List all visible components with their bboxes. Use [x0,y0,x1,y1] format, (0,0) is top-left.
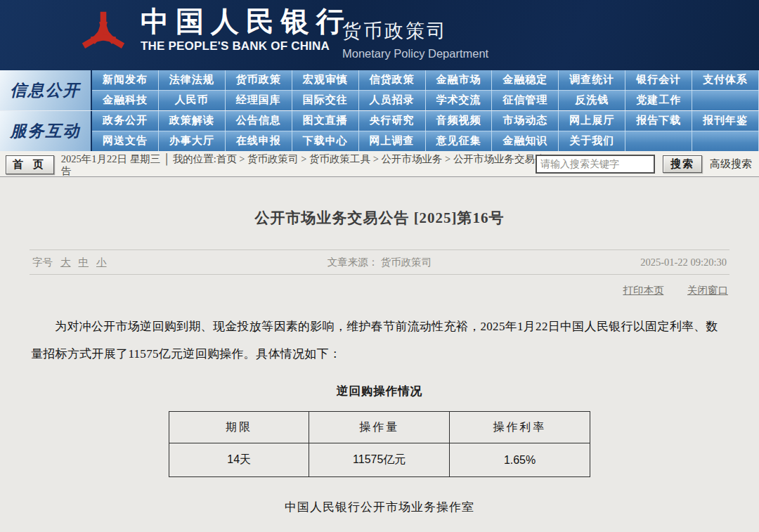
repo-operation-table: 期限 操作量 操作利率 14天 11575亿元 1.65% [169,411,590,477]
nav-item[interactable]: 信贷政策 [359,70,426,91]
nav-item[interactable]: 反洗钱 [559,91,625,111]
table-row: 14天 11575亿元 1.65% [169,443,590,477]
table-cell-term: 14天 [169,443,309,477]
search-area: 搜索 高级搜索 [536,155,752,174]
nav-item[interactable]: 人员招录 [359,91,426,111]
table-title: 逆回购操作情况 [0,384,759,399]
nav-item[interactable]: 网上展厅 [559,111,625,131]
font-size-controls: 字号 大 中 小 [30,256,253,269]
main-navigation: 信息公开 新闻发布 法律法规 货币政策 宏观审慎 信贷政策 金融市场 金融稳定 … [0,70,759,151]
nav-item[interactable]: 图文直播 [292,111,359,131]
breadcrumb-bar: 首 页 2025年1月22日 星期三 │ 我的位置:首页 > 货币政策司 > 货… [0,151,759,177]
nav-item[interactable]: 政策解读 [159,111,226,131]
current-date: 2025年1月22日 星期三 [61,153,160,164]
advanced-search-link[interactable]: 高级搜索 [710,157,752,171]
nav-item-empty [692,91,759,111]
nav-section-label-information: 信息公开 [0,70,92,110]
department-name-en: Monetary Policy Department [342,47,488,60]
search-input[interactable] [536,155,655,174]
nav-item[interactable]: 新闻发布 [92,70,159,91]
table-header-term: 期限 [169,412,309,443]
nav-item[interactable]: 音频视频 [426,111,493,131]
search-button[interactable]: 搜索 [663,155,702,173]
nav-item[interactable]: 金融市场 [426,70,493,91]
department-title-block: 货币政策司 Monetary Policy Department [342,18,488,60]
nav-item[interactable]: 货币政策 [226,70,292,91]
nav-item[interactable]: 报告下载 [625,111,692,131]
nav-item[interactable]: 法律法规 [159,70,226,91]
site-header: 中国人民银行 THE PEOPLE'S BANK OF CHINA 货币政策司 … [0,0,759,70]
bank-title-block: 中国人民银行 THE PEOPLE'S BANK OF CHINA [141,6,351,53]
nav-item[interactable]: 金融科技 [92,91,159,111]
font-size-small[interactable]: 小 [96,256,107,269]
table-cell-volume: 11575亿元 [309,443,450,477]
nav-item[interactable]: 人民币 [159,91,226,111]
home-button[interactable]: 首 页 [6,155,54,174]
article-content: 公开市场业务交易公告 [2025]第16号 字号 大 中 小 文章来源： 货币政… [0,177,759,532]
breadcrumb: 2025年1月22日 星期三 │ 我的位置:首页 > 货币政策司 > 货币政策工… [61,153,552,176]
nav-item[interactable]: 意见征集 [426,131,493,152]
nav-grid-services: 政务公开 政策解读 公告信息 图文直播 央行研究 音频视频 市场动态 网上展厅 … [92,111,759,151]
article-source: 文章来源： 货币政策司 [253,256,507,269]
table-header-rate: 操作利率 [450,412,590,443]
nav-item[interactable]: 政务公开 [92,111,159,131]
nav-item[interactable]: 市场动态 [492,111,559,131]
nav-section-label-services: 服务互动 [0,111,92,151]
source-label: 文章来源： [327,257,379,268]
nav-item[interactable]: 学术交流 [426,91,493,111]
nav-item[interactable]: 经理国库 [226,91,292,111]
article-body-paragraph: 为对冲公开市场逆回购到期、现金投放等因素的影响，维护春节前流动性充裕，2025年… [31,313,728,368]
article-actions: 打印本页 关闭窗口 [30,275,729,297]
bank-name-en: THE PEOPLE'S BANK OF CHINA [141,39,351,53]
nav-item[interactable]: 宏观审慎 [292,70,359,91]
nav-item[interactable]: 调查统计 [559,70,625,91]
source-value: 货币政策司 [381,257,432,268]
nav-item[interactable]: 在线申报 [226,131,292,152]
article-timestamp: 2025-01-22 09:20:30 [506,257,729,268]
nav-item[interactable]: 国际交往 [292,91,359,111]
nav-section-information: 信息公开 新闻发布 法律法规 货币政策 宏观审慎 信贷政策 金融市场 金融稳定 … [0,70,759,111]
nav-item[interactable]: 金融知识 [492,131,559,152]
page-title: 公开市场业务交易公告 [2025]第16号 [0,208,759,228]
pboc-logo-icon [76,4,131,65]
table-cell-rate: 1.65% [450,443,590,477]
breadcrumb-divider: │ [163,153,170,164]
signature-office: 中国人民银行公开市场业务操作室 [0,499,759,515]
article-meta-row: 字号 大 中 小 文章来源： 货币政策司 2025-01-22 09:20:30 [30,249,729,275]
nav-item[interactable]: 银行会计 [625,70,692,91]
nav-item[interactable]: 网上调查 [359,131,426,152]
nav-item[interactable]: 金融稳定 [492,70,559,91]
nav-item[interactable]: 关于我们 [559,131,625,152]
nav-item[interactable]: 支付体系 [692,70,759,91]
font-size-large[interactable]: 大 [60,256,71,269]
table-header-volume: 操作量 [309,412,450,443]
nav-item-empty [692,131,759,152]
print-page-link[interactable]: 打印本页 [623,285,663,296]
nav-section-services: 服务互动 政务公开 政策解读 公告信息 图文直播 央行研究 音频视频 市场动态 … [0,111,759,151]
table-header-row: 期限 操作量 操作利率 [169,412,590,443]
font-size-label: 字号 [32,256,53,269]
bank-name-cn: 中国人民银行 [141,6,351,38]
nav-item-empty [625,131,692,152]
nav-grid-information: 新闻发布 法律法规 货币政策 宏观审慎 信贷政策 金融市场 金融稳定 调查统计 … [92,70,759,110]
department-name-cn: 货币政策司 [342,18,488,44]
nav-item[interactable]: 党建工作 [625,91,692,111]
nav-item[interactable]: 报刊年鉴 [692,111,759,131]
nav-item[interactable]: 网送文告 [92,131,159,152]
nav-item[interactable]: 公告信息 [226,111,292,131]
close-window-link[interactable]: 关闭窗口 [687,285,728,296]
nav-item[interactable]: 办事大厅 [159,131,226,152]
nav-item[interactable]: 征信管理 [492,91,559,111]
nav-item[interactable]: 下载中心 [292,131,359,152]
nav-item[interactable]: 央行研究 [359,111,426,131]
font-size-medium[interactable]: 中 [79,256,89,269]
